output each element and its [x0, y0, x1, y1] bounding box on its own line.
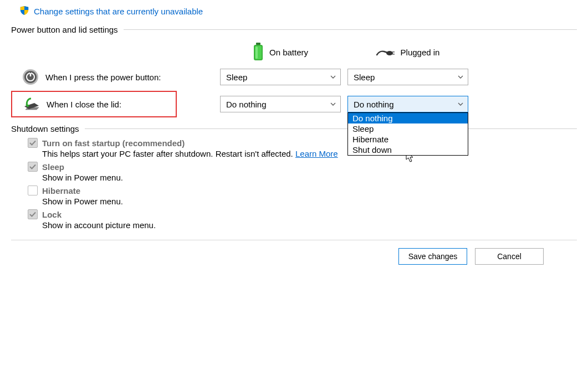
- lock-label: Lock: [42, 210, 62, 219]
- row-close-lid: When I close the lid:: [11, 91, 177, 117]
- lid-battery-value: Do nothing: [226, 100, 267, 109]
- power-button-label: When I press the power button:: [45, 73, 161, 82]
- chevron-down-icon: [330, 102, 336, 106]
- lid-battery-dropdown[interactable]: Do nothing: [220, 96, 341, 112]
- chevron-down-icon: [458, 75, 463, 79]
- battery-icon: [253, 43, 264, 61]
- sleep-checkbox[interactable]: [28, 162, 38, 172]
- save-changes-button[interactable]: Save changes: [398, 248, 467, 265]
- dropdown-option[interactable]: Shut down: [348, 145, 468, 155]
- dropdown-option[interactable]: Do nothing: [348, 113, 468, 123]
- laptop-lid-icon: [22, 97, 40, 111]
- learn-more-link[interactable]: Learn More: [295, 149, 338, 158]
- lock-checkbox[interactable]: [28, 209, 38, 219]
- sleep-label: Sleep: [42, 162, 64, 172]
- hibernate-desc: Show in Power menu.: [42, 197, 577, 206]
- power-battery-value: Sleep: [226, 73, 247, 82]
- power-plugged-dropdown[interactable]: Sleep: [347, 69, 468, 85]
- divider: [85, 128, 577, 129]
- svg-point-4: [386, 51, 393, 55]
- svg-rect-6: [392, 54, 395, 55]
- battery-label: On battery: [269, 48, 308, 57]
- row-power-button: When I press the power button:: [11, 65, 213, 89]
- fast-startup-label: Turn on fast startup (recommended): [42, 138, 185, 148]
- divider: [124, 29, 577, 30]
- section-shutdown-title: Shutdown settings: [11, 124, 79, 133]
- chevron-down-icon: [330, 75, 336, 79]
- dropdown-option[interactable]: Hibernate: [348, 134, 468, 145]
- power-plugged-value: Sleep: [354, 73, 375, 82]
- fast-startup-checkbox[interactable]: [28, 138, 38, 148]
- sleep-desc: Show in Power menu.: [42, 173, 577, 182]
- power-battery-dropdown[interactable]: Sleep: [220, 69, 341, 85]
- plugged-label: Plugged in: [401, 48, 440, 57]
- power-button-icon: [22, 69, 39, 85]
- hibernate-checkbox[interactable]: [28, 186, 38, 195]
- lid-plugged-value: Do nothing: [354, 100, 394, 109]
- svg-rect-11: [30, 71, 31, 73]
- svg-rect-3: [255, 47, 258, 59]
- column-header-plugged: Plugged in: [347, 39, 468, 65]
- shield-icon: [19, 6, 29, 17]
- lid-plugged-dropdown[interactable]: Do nothing: [347, 96, 468, 112]
- column-header-battery: On battery: [220, 39, 341, 65]
- dropdown-option[interactable]: Sleep: [348, 123, 468, 134]
- plug-icon: [376, 47, 395, 57]
- chevron-down-icon: [458, 102, 463, 106]
- svg-rect-5: [392, 51, 395, 53]
- change-settings-link[interactable]: Change settings that are currently unava…: [34, 7, 203, 16]
- hibernate-label: Hibernate: [42, 186, 80, 195]
- lock-desc: Show in account picture menu.: [42, 220, 577, 230]
- section-power-title: Power button and lid settings: [11, 25, 118, 34]
- cancel-button[interactable]: Cancel: [475, 248, 544, 265]
- lid-plugged-dropdown-list[interactable]: Do nothingSleepHibernateShut down: [347, 112, 468, 156]
- svg-rect-0: [256, 43, 260, 45]
- close-lid-label: When I close the lid:: [47, 100, 121, 109]
- fast-startup-desc: This helps start your PC faster after sh…: [42, 149, 295, 158]
